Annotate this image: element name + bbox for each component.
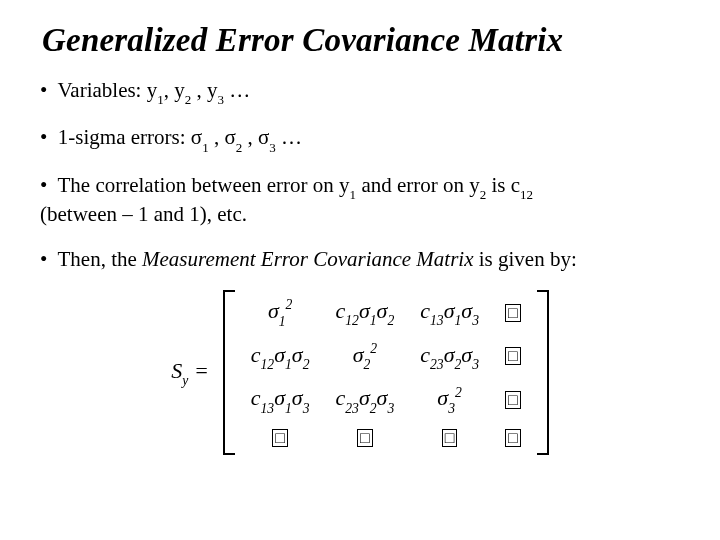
sub: 2 [236,140,243,155]
sub: 12 [520,187,533,202]
var-sigma: σ [224,125,235,149]
cell-12: c12σ1σ2 [336,298,395,327]
equals: = [188,358,208,383]
text: , [242,125,258,149]
sub: 3 [269,140,276,155]
cell-13: c13σ1σ3 [420,298,479,327]
cell-22: σ22 [353,342,377,372]
sub: 1 [202,140,209,155]
matrix-lhs: Sy = [171,358,208,387]
bullet-correlation: • The correlation between error on y1 an… [40,172,680,228]
cell-32: c23σ2σ3 [336,385,395,414]
text: … [276,125,302,149]
cell-14-missing-glyph: □ [505,304,521,322]
cell-31: c13σ1σ3 [251,385,310,414]
sub: 2 [480,187,487,202]
cell-23: c23σ2σ3 [420,342,479,371]
slide-title: Generalized Error Covariance Matrix [42,22,680,59]
bullet-variables: • Variables: y1, y2 , y3 … [40,77,680,106]
bullet-then: • Then, the Measurement Error Covariance… [40,246,680,272]
cell-33: σ32 [437,385,461,415]
text: The correlation between error on [57,173,339,197]
text: , [191,78,207,102]
cell-41-missing-glyph: □ [272,429,288,447]
matrix-grid: σ12 c12σ1σ2 c13σ1σ3 □ c12σ1σ2 σ22 c23σ2σ… [237,290,535,455]
text: and error on [356,173,469,197]
cell-34-missing-glyph: □ [505,391,521,409]
var-y: y [339,173,350,197]
sub: 3 [218,92,225,107]
emph: Measurement Error Covariance Matrix [142,247,473,271]
var-y: y [207,78,218,102]
text: is c [486,173,520,197]
covariance-matrix: Sy = σ12 c12σ1σ2 c13σ1σ3 □ [40,290,680,455]
text: (between – 1 and 1), etc. [40,202,247,226]
matrix-body: σ12 c12σ1σ2 c13σ1σ3 □ c12σ1σ2 σ22 c23σ2σ… [223,290,549,455]
text: Variables: [57,78,146,102]
var-sigma: σ [191,125,202,149]
var-y: y [147,78,158,102]
cell-11: σ12 [268,298,292,328]
sub: y [182,373,188,388]
var-y: y [174,78,185,102]
bullet-sigmas: • 1-sigma errors: σ1 , σ2 , σ3 … [40,124,680,153]
right-bracket-icon [535,290,549,455]
text: Then, the [57,247,142,271]
text: is given by: [474,247,577,271]
text: 1-sigma errors: [58,125,191,149]
var-sigma: σ [258,125,269,149]
cell-43-missing-glyph: □ [442,429,458,447]
cell-44-missing-glyph: □ [505,429,521,447]
sub: 1 [157,92,164,107]
var-y: y [469,173,480,197]
sub: 1 [350,187,357,202]
cell-24-missing-glyph: □ [505,347,521,365]
sub: 2 [185,92,192,107]
bullets-region: • Variables: y1, y2 , y3 … • 1-sigma err… [40,77,680,272]
left-bracket-icon [223,290,237,455]
text: , [164,78,175,102]
text: , [209,125,225,149]
cell-21: c12σ1σ2 [251,342,310,371]
text: … [224,78,250,102]
var-S: S [171,358,182,383]
cell-42-missing-glyph: □ [357,429,373,447]
